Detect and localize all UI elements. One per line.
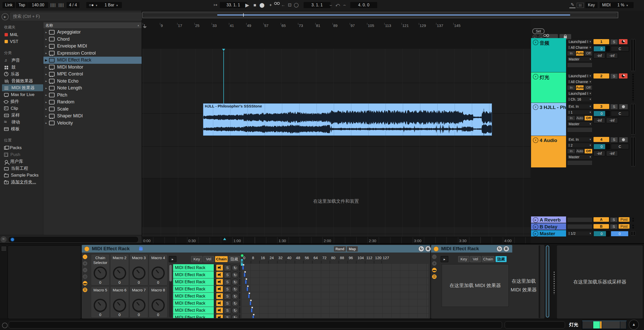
list-item[interactable]: ▸Shaper MIDI [43,113,142,120]
arrangement-position-field[interactable]: 33. 1. 1 [220,2,247,8]
disclosure-icon[interactable]: ▸ [43,114,49,118]
volume-slider[interactable]: 0 [593,111,610,116]
chain-grip[interactable] [239,307,240,313]
chain-hot-swap-icon[interactable]: ↻ [232,307,239,314]
sidebar-item-category-5[interactable]: Max for Live [2,91,43,98]
zone-marker[interactable] [251,308,253,312]
chain-row[interactable]: MIDI Effect RackS↻ [173,278,241,285]
list-item[interactable]: ▸Scale [43,106,142,113]
disclosure-icon[interactable]: ▸ [43,65,49,69]
track-header-4[interactable]: ▼4 AudioExt. In▼2▼InAutoOffMaster▼4S0C-i… [531,136,643,167]
preview-bar[interactable] [8,236,139,243]
track-header-1[interactable]: ▼音频Launchpad I▼All Channe▼InAutoOffMaste… [531,38,643,72]
show-chains-icon[interactable]: ☰ [432,274,437,279]
rack2-drop-zone[interactable]: 在这里加载 MIDI 效果器 [442,264,509,307]
rack2-hide-tab[interactable]: 隐藏 [496,256,507,262]
show-macros-icon[interactable]: ▬ [432,268,437,272]
record-button[interactable]: ⬤ [259,2,265,8]
session-record-button[interactable] [619,137,628,143]
map-button[interactable]: Map [347,246,358,252]
instrument-drop-zone[interactable]: 在这里加载乐器或采样器 [557,245,643,319]
list-item[interactable]: ▸Chord [43,36,142,43]
device-overview-minimap[interactable] [582,320,627,329]
zone-ruler[interactable]: 081624324048566472808896104112120127 [242,256,428,263]
monitor-off-button[interactable]: Off [584,51,592,56]
chain-grip[interactable] [239,265,240,271]
master-volume-slider[interactable]: 0 [593,231,610,237]
track-fold-icon[interactable]: ▶ [533,224,538,230]
output-channel-dropdown[interactable]: Ch. 16▼ [567,97,592,102]
back-to-arrangement-icon[interactable]: ← [281,2,286,8]
knob-dial[interactable] [132,266,145,280]
midi-map-button[interactable]: MIDI [600,2,613,8]
input-channel-dropdown[interactable]: All Channe▼ [567,79,592,84]
sort-asc-icon[interactable]: ▲ [137,22,140,28]
browser-filter-icon[interactable]: ▶ [2,13,9,20]
cpu-meter[interactable]: 1 %▼ [612,2,634,8]
volume-slider[interactable]: 0 [593,46,610,52]
quantize-dropdown[interactable]: 1 Bar▼ [102,2,122,8]
disclosure-icon[interactable]: ▸ [43,30,49,34]
track-fold-icon[interactable]: ▼ [533,137,538,143]
disclosure-icon[interactable]: ▸ [43,121,49,125]
output-dropdown[interactable]: Master▼ [567,57,592,62]
input-channel-dropdown[interactable]: 2▼ [567,143,592,148]
sidebar-item-place-4[interactable]: Sample Packs [2,172,43,179]
chain-hot-swap-icon[interactable]: ↻ [232,265,239,271]
nudge-down-icon[interactable]: |||| [50,2,56,8]
zone-marker[interactable] [242,266,244,270]
zone-marker[interactable] [246,287,248,291]
chain-scrollbar-thumb[interactable] [169,265,172,281]
return-name-cell[interactable]: ▶B Delay [531,223,566,230]
sidebar-item-category-10[interactable]: 模板 [2,125,43,132]
zone-marker-cap[interactable] [243,264,244,266]
chain-activator-speaker-icon[interactable] [216,293,223,299]
input-type-dropdown[interactable]: Ext. In▼ [567,137,592,142]
session-record-button[interactable] [619,73,628,78]
save-preset-icon[interactable]: ▩ [503,246,509,252]
favorite-item-m4l[interactable]: M4L [2,31,43,38]
chain-activator-speaker-icon[interactable] [216,265,223,271]
post-toggle-button[interactable]: Post [619,217,630,222]
punch-in-icon[interactable]: ⌣ [328,2,334,8]
chain-row[interactable]: MIDI Effect RackS↻ [173,264,241,271]
volume-slider[interactable]: 0 [593,144,610,149]
track-fold-icon[interactable]: ▼ [533,40,538,45]
follow-icon[interactable]: ↦ [213,2,218,8]
macro-knob-7[interactable]: Macro 70 [129,286,148,318]
clip-view-selector-icon[interactable] [1,246,7,252]
rack2-title-bar[interactable]: MIDI Effect Rack ↻ ▩ [431,245,512,253]
zone-marker[interactable] [245,280,247,284]
zone-marker[interactable] [248,294,250,298]
rack2-key-tab[interactable]: Key [458,256,469,262]
chain-solo-button[interactable]: S [224,315,231,318]
remove-macro-icon[interactable]: − [83,268,87,272]
chain-solo-button[interactable]: S [224,265,231,271]
list-item[interactable]: ▸Expression Control [43,50,142,57]
show-chains-icon[interactable]: ☰ [83,288,87,292]
master-track-header[interactable]: ▶Master1/2▼00 [531,230,643,237]
hot-swap-icon[interactable]: ↻ [418,246,424,252]
macro-knob-4[interactable]: Macro 40 [149,254,168,286]
hot-swap-icon[interactable]: ↻ [497,246,502,252]
chain-solo-button[interactable]: S [224,272,231,278]
chain-zone-editor[interactable] [242,263,428,318]
chain-grip[interactable] [214,300,216,306]
disclosure-icon[interactable]: ▸ [43,51,49,55]
chain-grip[interactable] [239,300,240,306]
session-record-button[interactable] [619,39,628,44]
metronome-dropdown[interactable]: ○●▼ [86,2,103,8]
disclosure-icon[interactable]: ▶ [43,58,49,62]
rack2-vel-tab[interactable]: Vel [470,256,481,262]
device-on-button[interactable] [434,246,439,252]
disclosure-icon[interactable]: ▸ [43,107,49,111]
chain-row[interactable]: MIDI Effect RackS↻ [173,307,241,314]
send-button[interactable]: B [593,224,609,229]
sidebar-item-category-1[interactable]: 鼓 [2,64,43,71]
solo-button[interactable]: S [610,217,618,222]
chain-grip[interactable] [239,315,240,318]
monitor-in-button[interactable]: In [567,116,575,121]
search-input[interactable] [10,13,142,20]
help-icon[interactable] [2,323,8,328]
knob-dial[interactable] [113,266,126,280]
